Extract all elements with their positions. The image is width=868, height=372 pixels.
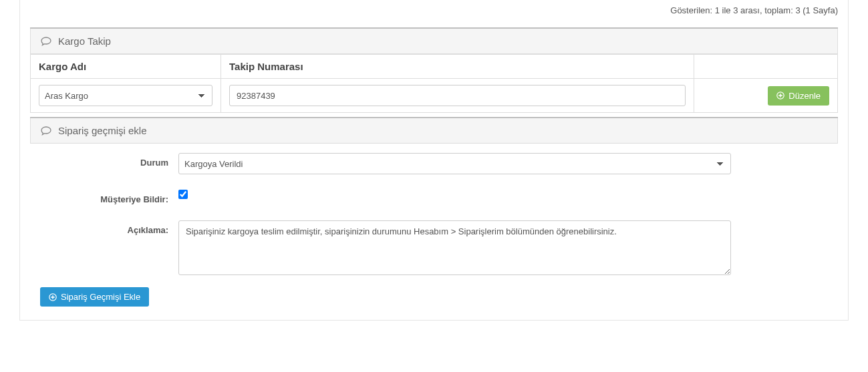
cargo-col-actions [694,55,838,79]
cargo-table-header-row: Kargo Adı Takip Numarası [31,55,838,79]
desc-textarea[interactable] [178,220,731,275]
cargo-col-tracking: Takip Numarası [221,55,694,79]
status-label: Durum [30,153,178,168]
status-form-group: Durum Kargoya Verildi [30,153,838,174]
add-history-button[interactable]: Sipariş Geçmişi Ekle [40,287,149,307]
plus-circle-icon [776,91,784,100]
submit-row: Sipariş Geçmişi Ekle [30,287,838,307]
notify-checkbox[interactable] [178,190,188,199]
cargo-table: Kargo Adı Takip Numarası Aras Kargo [30,54,838,113]
pagination-info: Gösterilen: 1 ile 3 arası, toplam: 3 (1 … [30,0,838,23]
notify-label: Müşteriye Bildir: [30,186,178,204]
cargo-table-row: Aras Kargo Düzenle [31,79,838,113]
notify-form-group: Müşteriye Bildir: [30,186,838,204]
cargo-col-carrier: Kargo Adı [31,55,221,79]
carrier-select[interactable]: Aras Kargo [39,85,212,106]
plus-circle-icon [49,293,57,301]
order-history-panel: Sipariş geçmişi ekle Durum Kargoya Veril… [30,117,838,307]
cargo-panel-title: Kargo Takip [58,35,111,47]
edit-cargo-button[interactable]: Düzenle [768,86,829,106]
desc-form-group: Açıklama: [30,220,838,277]
edit-cargo-label: Düzenle [788,91,821,101]
status-select[interactable]: Kargoya Verildi [178,153,731,174]
tracking-number-input[interactable] [229,85,686,106]
comment-icon [41,126,51,136]
cargo-panel-heading: Kargo Takip [30,29,838,54]
main-container: Gösterilen: 1 ile 3 arası, toplam: 3 (1 … [19,0,849,321]
history-panel-heading: Sipariş geçmişi ekle [30,118,838,144]
desc-label: Açıklama: [30,220,178,235]
cargo-tracking-panel: Kargo Takip Kargo Adı Takip Numarası Ara… [30,27,838,113]
history-panel-title: Sipariş geçmişi ekle [58,125,147,136]
comment-icon [41,37,51,46]
add-history-label: Sipariş Geçmişi Ekle [61,292,140,302]
